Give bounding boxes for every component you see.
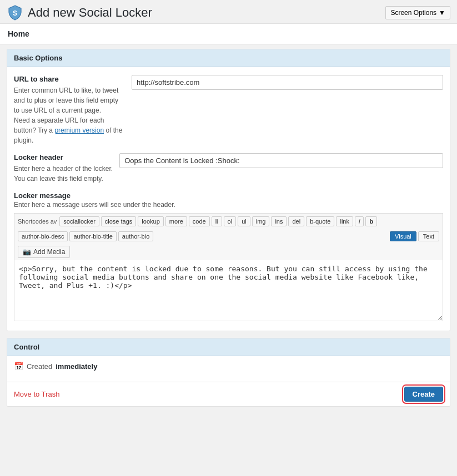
move-to-trash-link[interactable]: Move to Trash <box>14 390 59 398</box>
home-label: Home <box>8 29 29 38</box>
toolbar-btn-author-bio-desc[interactable]: author-bio-desc <box>18 231 68 241</box>
screen-options-arrow: ▼ <box>439 9 445 17</box>
toolbar-btn-del[interactable]: del <box>288 216 304 226</box>
locker-header-label: Locker header <box>14 153 113 161</box>
create-button[interactable]: Create <box>404 387 443 402</box>
add-media-row: 📷 Add Media <box>14 244 443 260</box>
add-media-label: Add Media <box>33 248 65 256</box>
toolbar-btn-b[interactable]: b <box>365 216 377 226</box>
locker-header-label-col: Locker header Enter here a header of the… <box>14 153 113 184</box>
add-media-button[interactable]: 📷 Add Media <box>18 246 70 258</box>
locker-header-desc: Enter here a header of the locker. You c… <box>14 164 113 184</box>
page-header-left: S Add new Social Locker <box>7 4 152 21</box>
locker-header-field-row: Locker header Enter here a header of the… <box>14 153 443 184</box>
tab-visual-button[interactable]: Visual <box>390 231 416 241</box>
url-desc-line2: and to plus or leave this field empty <box>14 97 118 104</box>
page-header: S Add new Social Locker Screen Options ▼ <box>0 0 457 23</box>
add-media-icon: 📷 <box>23 248 31 256</box>
url-desc-line1: Enter common URL to like, to tweet <box>14 87 118 94</box>
basic-options-body: URL to share Enter common URL to like, t… <box>7 67 450 331</box>
toolbar-btn-author-bio-title[interactable]: author-bio-title <box>69 231 116 241</box>
control-panel-body: 📅 Created immediately <box>7 356 450 382</box>
screen-options-button[interactable]: Screen Options ▼ <box>385 6 450 19</box>
locker-message-desc: Enter here a message users will see unde… <box>14 201 443 209</box>
toolbar-btn-author-bio[interactable]: author-bio <box>118 231 154 241</box>
shield-icon: S <box>7 4 23 21</box>
page-title: Add new Social Locker <box>28 6 152 20</box>
url-input[interactable] <box>132 75 443 90</box>
url-input-col <box>132 75 443 90</box>
created-row: 📅 Created immediately <box>14 362 443 371</box>
toolbar-btn-ol[interactable]: ol <box>224 216 237 226</box>
toolbar-btn-ul[interactable]: ul <box>238 216 250 226</box>
toolbar-btn-i[interactable]: i <box>355 216 364 226</box>
basic-options-panel: Basic Options URL to share Enter common … <box>7 49 450 331</box>
locker-message-editor[interactable]: <p>Sorry, but the content is locked due … <box>14 260 443 321</box>
url-label-col: URL to share Enter common URL to like, t… <box>14 75 125 145</box>
basic-options-header: Basic Options <box>7 49 450 67</box>
basic-options-label: Basic Options <box>14 54 62 62</box>
calendar-icon: 📅 <box>14 362 23 371</box>
locker-header-input[interactable] <box>119 153 443 168</box>
home-breadcrumb: Home <box>0 23 457 44</box>
svg-text:S: S <box>13 9 17 17</box>
shortcode-label: Shortcodes av <box>18 218 57 225</box>
toolbar-btn-code[interactable]: code <box>189 216 210 226</box>
main-content: Basic Options URL to share Enter common … <box>0 49 457 407</box>
toolbar-btn-close-tags[interactable]: close tags <box>101 216 137 226</box>
url-field-row: URL to share Enter common URL to like, t… <box>14 75 443 145</box>
toolbar-btn-li[interactable]: li <box>212 216 222 226</box>
url-field-desc: Enter common URL to like, to tweet and t… <box>14 85 125 145</box>
control-label: Control <box>14 343 39 351</box>
toolbar-btn-lookup[interactable]: lookup <box>138 216 163 226</box>
toolbar-btn-b-quote[interactable]: b-quote <box>306 216 334 226</box>
control-panel-header: Control <box>7 338 450 356</box>
created-value: immediately <box>56 362 97 371</box>
locker-header-desc-line1: Enter here a header of the locker. <box>14 165 113 173</box>
locker-header-input-col <box>119 153 443 168</box>
toolbar-btn-sociallocker[interactable]: sociallocker <box>59 216 99 226</box>
locker-message-label: Locker message <box>14 191 443 200</box>
toolbar-row2: author-bio-desc author-bio-title author-… <box>14 229 443 244</box>
tab-text-button[interactable]: Text <box>418 231 439 241</box>
created-label: Created <box>27 362 52 371</box>
url-desc-line3: to use URL of a current page. <box>14 107 101 114</box>
premium-version-link[interactable]: premium version <box>54 126 104 134</box>
control-footer: Move to Trash Create <box>7 382 450 406</box>
url-field-label: URL to share <box>14 75 125 83</box>
shortcode-toolbar: Shortcodes av sociallocker close tags lo… <box>14 213 443 229</box>
toolbar-btn-link[interactable]: link <box>336 216 353 226</box>
screen-options-label: Screen Options <box>390 9 436 17</box>
toolbar-btn-ins[interactable]: ins <box>271 216 287 226</box>
toolbar-btn-img[interactable]: img <box>252 216 270 226</box>
locker-message-section: Locker message Enter here a message user… <box>14 191 443 323</box>
toolbar-btn-more[interactable]: more <box>165 216 187 226</box>
locker-header-desc-line2: You can leave this field empty. <box>14 175 103 183</box>
control-panel: Control 📅 Created immediately Move to Tr… <box>7 338 450 407</box>
